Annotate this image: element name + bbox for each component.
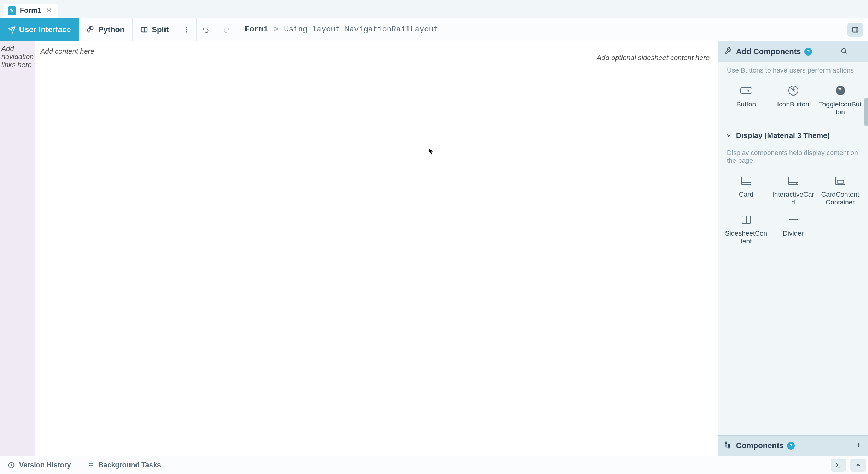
toggleiconbutton-icon [833,84,848,97]
design-canvas[interactable]: Add navigation links here Add content he… [0,41,718,456]
console-button[interactable] [831,459,846,472]
redo-icon [222,26,230,34]
svg-point-3 [186,27,187,28]
tab-user-interface[interactable]: User Interface [0,18,79,41]
sidesheet-slot[interactable]: Add optional sidesheet content here [589,41,718,456]
tab-bar: ✎ Form1 ✕ [0,0,868,18]
component-label: ToggleIconButton [819,100,862,116]
content-placeholder: Add content here [40,47,94,55]
components-title: Components [736,441,783,450]
form-icon: ✎ [8,6,16,15]
tab-form1[interactable]: ✎ Form1 ✕ [3,4,58,18]
svg-line-10 [845,52,847,54]
add-component-button[interactable] [855,441,862,451]
svg-point-5 [186,31,187,32]
sidesheet-placeholder: Add optional sidesheet content here [597,54,710,62]
svg-rect-26 [728,444,730,446]
paper-plane-icon [8,26,16,34]
expand-up-button[interactable] [850,459,866,472]
component-label: CardContentContainer [819,191,862,206]
display-section-desc: Display components help display content … [718,145,868,169]
component-label: SidesheetContent [725,230,768,245]
nav-rail-slot[interactable]: Add navigation links here [0,41,35,456]
breadcrumb: Form1 > Using layout NavigationRailLayou… [236,25,847,34]
component-button[interactable]: Button [723,81,769,119]
scrollbar-thumb[interactable] [864,98,868,126]
toggle-panel-button[interactable] [847,23,863,37]
svg-rect-8 [856,27,858,32]
version-history-button[interactable]: Version History [0,456,79,474]
component-card[interactable]: Card [723,172,769,209]
component-divider[interactable]: Divider [770,210,816,248]
divider-icon [786,213,801,226]
svg-point-0 [89,27,90,28]
display-section-title: Display (Material 3 Theme) [736,131,830,140]
components-panel: Add Components ? Use Buttons to have use… [718,41,868,456]
component-label: InteractiveCard [772,191,815,206]
tab-title: Form1 [20,6,41,15]
svg-point-9 [841,48,846,53]
nav-placeholder: Add navigation links here [1,45,34,69]
iconbutton-icon [786,84,801,97]
component-toggleiconbutton[interactable]: ToggleIconButton [817,81,863,119]
help-icon[interactable]: ? [804,48,812,56]
search-icon [840,47,847,54]
help-icon[interactable]: ? [787,442,795,450]
cardcontentcontainer-icon [833,174,848,187]
collapse-button[interactable] [853,46,862,57]
more-menu-button[interactable] [177,18,197,41]
background-tasks-button[interactable]: Background Tasks [79,456,169,474]
tasks-icon [87,462,94,469]
svg-point-4 [186,29,187,30]
components-footer[interactable]: Components ? [718,435,868,456]
bottom-bar: Version History Background Tasks [0,456,868,474]
python-icon [87,26,95,34]
component-interactivecard[interactable]: InteractiveCard [770,172,816,209]
svg-rect-25 [725,442,727,444]
history-icon [8,462,15,469]
svg-rect-12 [741,88,752,93]
close-icon[interactable]: ✕ [45,7,53,15]
buttons-section-desc: Use Buttons to have users perform action… [718,62,868,79]
component-iconbutton[interactable]: IconButton [770,81,816,119]
search-button[interactable] [839,46,849,57]
toolbar: User Interface Python Split Form1 > Usin… [0,18,868,41]
undo-icon [202,26,210,34]
terminal-icon [835,462,841,468]
interactivecard-icon [786,174,801,187]
chevron-down-icon [725,132,732,139]
tab-python-label: Python [98,25,125,34]
components-scroll[interactable]: Use Buttons to have users perform action… [718,62,868,435]
sidesheetcontent-icon [739,213,754,226]
tab-split-label: Split [152,25,169,34]
component-label: Button [736,100,756,108]
svg-rect-15 [742,177,751,185]
tab-ui-label: User Interface [19,25,71,34]
panel-right-icon [851,26,859,33]
add-components-header: Add Components ? [718,41,868,62]
minus-icon [855,48,861,54]
component-label: Card [739,191,753,198]
component-label: Divider [783,230,804,237]
tab-split[interactable]: Split [133,18,177,41]
redo-button[interactable] [216,18,236,41]
plus-icon [855,441,862,449]
chevron-up-icon [855,462,861,468]
component-label: IconButton [777,100,809,108]
display-section-header[interactable]: Display (Material 3 Theme) [718,126,868,145]
add-components-title: Add Components [736,47,801,56]
card-icon [739,174,754,187]
svg-rect-21 [837,180,844,183]
undo-button[interactable] [197,18,216,41]
version-history-label: Version History [19,461,71,469]
wrench-icon [724,47,732,56]
button-icon [739,84,754,97]
tree-icon [724,441,732,450]
component-sidesheetcontent[interactable]: SidesheetContent [723,210,769,248]
dots-vertical-icon [183,26,190,33]
breadcrumb-form[interactable]: Form1 [245,25,268,34]
content-slot[interactable]: Add content here [35,41,589,456]
tab-python[interactable]: Python [79,18,133,41]
component-cardcontentcontainer[interactable]: CardContentContainer [817,172,863,209]
background-tasks-label: Background Tasks [98,461,161,469]
